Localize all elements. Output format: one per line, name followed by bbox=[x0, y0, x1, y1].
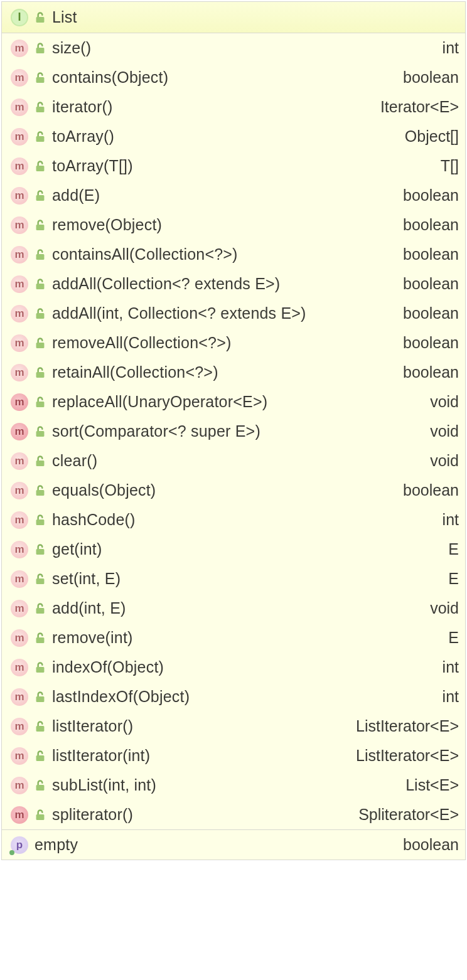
return-type: Object[] bbox=[405, 127, 459, 146]
method-row[interactable]: m addAll(int, Collection<? extends E>)bo… bbox=[2, 299, 465, 328]
return-type: ListIterator<E> bbox=[356, 717, 459, 735]
svg-rect-7 bbox=[36, 224, 45, 230]
method-name: iterator() bbox=[52, 98, 374, 116]
method-row[interactable]: m addAll(Collection<? extends E>)boolean bbox=[2, 269, 465, 299]
return-type: E bbox=[448, 570, 459, 588]
method-name: toArray() bbox=[52, 127, 399, 146]
unlock-icon bbox=[35, 337, 46, 349]
svg-rect-26 bbox=[36, 784, 45, 790]
method-icon: m bbox=[11, 452, 28, 470]
method-icon: m bbox=[11, 334, 28, 352]
method-icon: m bbox=[11, 659, 28, 676]
method-icon: m bbox=[11, 128, 28, 146]
method-row[interactable]: m removeAll(Collection<?>)boolean bbox=[2, 328, 465, 358]
method-row[interactable]: m retainAll(Collection<?>)boolean bbox=[2, 358, 465, 387]
unlock-icon bbox=[35, 425, 46, 438]
svg-rect-9 bbox=[36, 283, 45, 289]
svg-rect-10 bbox=[36, 312, 45, 318]
svg-rect-22 bbox=[36, 666, 45, 672]
method-name: retainAll(Collection<?>) bbox=[52, 363, 397, 381]
return-type: Spliterator<E> bbox=[358, 806, 459, 824]
svg-rect-11 bbox=[36, 342, 45, 348]
method-icon: m bbox=[11, 570, 28, 588]
method-icon: m bbox=[11, 777, 28, 794]
method-row[interactable]: m sort(Comparator<? super E>)void bbox=[2, 417, 465, 446]
class-name: List bbox=[52, 8, 459, 26]
unlock-icon bbox=[35, 484, 46, 497]
return-type: int bbox=[443, 688, 459, 706]
method-name: subList(int, int) bbox=[52, 776, 399, 794]
unlock-icon bbox=[35, 455, 46, 467]
method-row[interactable]: m subList(int, int)List<E> bbox=[2, 770, 465, 800]
svg-rect-21 bbox=[36, 637, 45, 642]
unlock-icon bbox=[35, 130, 46, 143]
class-header-row[interactable]: I List bbox=[2, 2, 465, 33]
method-row[interactable]: m lastIndexOf(Object)int bbox=[2, 682, 465, 711]
return-type: boolean bbox=[403, 216, 459, 234]
method-row[interactable]: m hashCode()int bbox=[2, 505, 465, 535]
return-type: void bbox=[430, 393, 459, 411]
unlock-icon bbox=[35, 101, 46, 114]
method-row[interactable]: m spliterator()Spliterator<E> bbox=[2, 800, 465, 829]
return-type: boolean bbox=[403, 334, 459, 352]
method-row[interactable]: m equals(Object)boolean bbox=[2, 476, 465, 505]
method-icon: m bbox=[11, 541, 28, 558]
method-row[interactable]: m remove(int)E bbox=[2, 623, 465, 652]
property-row[interactable]: p empty boolean bbox=[2, 829, 465, 860]
method-name: containsAll(Collection<?>) bbox=[52, 245, 397, 264]
svg-rect-12 bbox=[36, 371, 45, 377]
method-row[interactable]: m replaceAll(UnaryOperator<E>)void bbox=[2, 387, 465, 417]
method-row[interactable]: m get(int)E bbox=[2, 535, 465, 564]
method-name: listIterator() bbox=[52, 717, 350, 735]
method-row[interactable]: m remove(Object)boolean bbox=[2, 210, 465, 240]
structure-panel: I List m size()intm contains(Object)bool… bbox=[1, 1, 466, 860]
method-row[interactable]: m toArray(T[])T[] bbox=[2, 151, 465, 181]
method-icon: m bbox=[11, 157, 28, 175]
method-icon: m bbox=[11, 69, 28, 87]
method-row[interactable]: m toArray()Object[] bbox=[2, 122, 465, 151]
svg-rect-25 bbox=[36, 755, 45, 760]
svg-rect-13 bbox=[36, 401, 45, 407]
method-name: spliterator() bbox=[52, 806, 352, 824]
unlock-icon bbox=[35, 278, 46, 290]
return-type: T[] bbox=[441, 157, 459, 175]
method-row[interactable]: m listIterator()ListIterator<E> bbox=[2, 711, 465, 741]
return-type: int bbox=[443, 39, 459, 57]
method-row[interactable]: m contains(Object)boolean bbox=[2, 63, 465, 92]
return-type: boolean bbox=[403, 186, 459, 205]
method-name: remove(Object) bbox=[52, 216, 397, 234]
method-row[interactable]: m iterator()Iterator<E> bbox=[2, 92, 465, 122]
return-type: boolean bbox=[403, 481, 459, 499]
method-icon: m bbox=[11, 275, 28, 293]
method-row[interactable]: m add(E)boolean bbox=[2, 181, 465, 210]
method-name: add(int, E) bbox=[52, 599, 424, 617]
unlock-icon bbox=[35, 514, 46, 526]
unlock-icon bbox=[35, 72, 46, 84]
property-icon: p bbox=[11, 836, 28, 854]
method-row[interactable]: m indexOf(Object)int bbox=[2, 652, 465, 682]
unlock-icon bbox=[35, 691, 46, 703]
return-type: void bbox=[430, 452, 459, 470]
method-row[interactable]: m size()int bbox=[2, 33, 465, 63]
svg-rect-2 bbox=[36, 77, 45, 82]
method-row[interactable]: m clear()void bbox=[2, 446, 465, 476]
method-icon: m bbox=[11, 629, 28, 647]
unlock-icon bbox=[35, 307, 46, 320]
unlock-icon bbox=[35, 248, 46, 261]
method-row[interactable]: m add(int, E)void bbox=[2, 594, 465, 623]
method-name: hashCode() bbox=[52, 511, 436, 529]
unlock-icon bbox=[35, 189, 46, 202]
method-row[interactable]: m listIterator(int)ListIterator<E> bbox=[2, 741, 465, 770]
method-icon: m bbox=[11, 246, 28, 264]
method-row[interactable]: m containsAll(Collection<?>)boolean bbox=[2, 240, 465, 269]
method-row[interactable]: m set(int, E)E bbox=[2, 564, 465, 594]
method-name: add(E) bbox=[52, 186, 397, 205]
svg-rect-0 bbox=[36, 16, 45, 22]
unlock-icon bbox=[35, 779, 46, 792]
property-name: empty bbox=[35, 836, 397, 854]
interface-icon: I bbox=[11, 9, 28, 26]
return-type: void bbox=[430, 599, 459, 617]
method-name: replaceAll(UnaryOperator<E>) bbox=[52, 393, 424, 411]
unlock-icon bbox=[35, 661, 46, 674]
method-icon: m bbox=[11, 364, 28, 381]
